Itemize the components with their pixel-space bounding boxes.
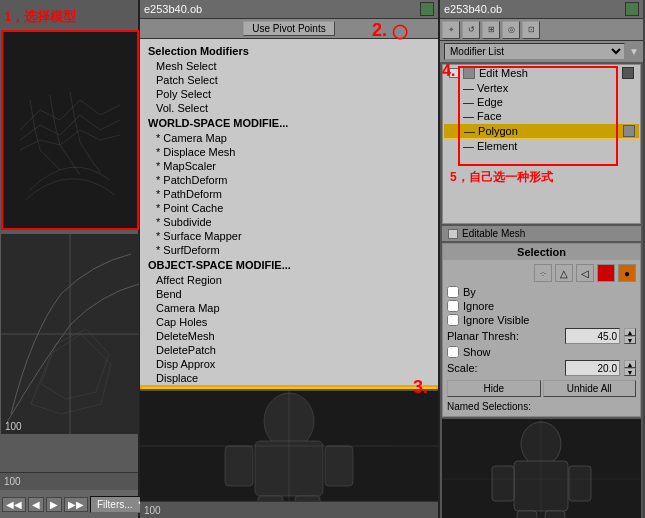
ignore-checkbox-row: Ignore <box>447 300 636 312</box>
left-stop-btn[interactable]: ◀ <box>28 497 44 512</box>
left-end-btn[interactable]: ▶▶ <box>64 497 88 512</box>
toolbar-icon-3[interactable]: ⊞ <box>482 21 500 39</box>
planar-thresh-down[interactable]: ▼ <box>624 336 636 344</box>
modifier-stack[interactable]: Edit Mesh — Vertex — Edge — Face — Polyg… <box>442 64 641 224</box>
by-checkbox[interactable] <box>447 286 459 298</box>
toolbar-icon-5[interactable]: ⊡ <box>522 21 540 39</box>
modifier-mesh-select[interactable]: Mesh Select <box>140 59 438 73</box>
svg-rect-18 <box>517 511 537 518</box>
toolbar-icon-2[interactable]: ↺ <box>462 21 480 39</box>
modifier-point-cache[interactable]: * Point Cache <box>140 201 438 215</box>
svg-rect-10 <box>295 496 320 501</box>
planar-thresh-input[interactable] <box>565 328 620 344</box>
scale-down[interactable]: ▼ <box>624 368 636 376</box>
left-play-btn[interactable]: ◀◀ <box>2 497 26 512</box>
main-container: 1，选择模型 <box>0 0 645 518</box>
show-label: Show <box>463 346 491 358</box>
modifier-pathdeform[interactable]: * PathDeform <box>140 187 438 201</box>
modifier-disp-approx[interactable]: Disp Approx <box>140 357 438 371</box>
modifier-list-select[interactable]: Modifier List <box>444 43 625 60</box>
svg-rect-17 <box>569 466 591 501</box>
stack-label-edit-mesh: Edit Mesh <box>479 67 528 79</box>
right-panel: e253b40.ob ⌖ ↺ ⊞ ◎ ⊡ Modifier List ▼ 4. … <box>440 0 643 518</box>
editable-mesh-row: Editable Mesh <box>442 226 641 241</box>
modifier-subdivide[interactable]: * Subdivide <box>140 215 438 229</box>
right-color-indicator <box>625 2 639 16</box>
stack-area: 4. 5，自己选一种形式 Edit Mesh — Vertex — Edge —… <box>440 64 643 241</box>
stack-vis-icon[interactable] <box>622 67 634 79</box>
modifier-list-container[interactable]: Selection Modifiers Mesh Select Patch Se… <box>140 39 438 389</box>
viewport-mesh-left <box>3 32 137 228</box>
left-next-btn[interactable]: ▶ <box>46 497 62 512</box>
svg-rect-9 <box>258 496 283 501</box>
sel-icon-triangle[interactable]: △ <box>555 264 573 282</box>
planar-thresh-up[interactable]: ▲ <box>624 328 636 336</box>
sel-icon-square-red[interactable] <box>597 264 615 282</box>
annotation-4: 4. <box>442 62 455 80</box>
ignore-checkbox[interactable] <box>447 300 459 312</box>
object-space-title: OBJECT-SPACE MODIFIE... <box>140 257 438 273</box>
ignore-visible-checkbox[interactable] <box>447 314 459 326</box>
modifier-bend[interactable]: Bend <box>140 287 438 301</box>
modifier-patch-select[interactable]: Patch Select <box>140 73 438 87</box>
ignore-label: Ignore <box>463 300 494 312</box>
annotation-2: 2. ◯ <box>372 20 408 41</box>
stack-face[interactable]: — Face <box>443 109 640 123</box>
sel-icon-sphere[interactable]: ● <box>618 264 636 282</box>
svg-rect-7 <box>225 446 253 486</box>
modifier-mapscaler[interactable]: * MapScaler <box>140 159 438 173</box>
hide-btn[interactable]: Hide <box>447 380 541 397</box>
named-selections-label: Named Selections: <box>447 401 636 412</box>
svg-marker-2 <box>31 334 111 414</box>
stack-item-icon-1 <box>463 67 475 79</box>
annotation-5: 5，自己选一种形式 <box>450 169 640 186</box>
modifier-vol-select[interactable]: Vol. Select <box>140 101 438 115</box>
show-checkbox[interactable] <box>447 346 459 358</box>
polygon-icon <box>623 125 635 137</box>
left-bottom-label: 100 <box>5 421 22 432</box>
stack-polygon[interactable]: — Polygon <box>443 123 640 139</box>
planar-thresh-label: Planar Thresh: <box>447 330 561 342</box>
right-filename: e253b40.ob <box>444 3 502 15</box>
dropdown-arrow: ▼ <box>629 46 639 57</box>
planar-thresh-row: Planar Thresh: ▲ ▼ <box>447 328 636 344</box>
stack-element[interactable]: — Element <box>443 139 640 153</box>
modifier-delete-mesh[interactable]: DeleteMesh <box>140 329 438 343</box>
modifier-cap-holes[interactable]: Cap Holes <box>140 315 438 329</box>
modifier-delete-patch[interactable]: DeletePatch <box>140 343 438 357</box>
sel-icon-dot[interactable]: ·:· <box>534 264 552 282</box>
modifier-displace[interactable]: Displace <box>140 371 438 385</box>
scale-row: Scale: ▲ ▼ <box>447 360 636 376</box>
scale-spinner: ▲ ▼ <box>624 360 636 376</box>
modifier-camera-map-os[interactable]: Camera Map <box>140 301 438 315</box>
modifier-affect-region[interactable]: Affect Region <box>140 273 438 287</box>
middle-color-indicator <box>420 2 434 16</box>
modifier-poly-select[interactable]: Poly Select <box>140 87 438 101</box>
scale-label: Scale: <box>447 362 561 374</box>
pivot-btn[interactable]: Use Pivot Points <box>243 21 334 36</box>
world-space-title: WORLD-SPACE MODIFIE... <box>140 115 438 131</box>
svg-rect-19 <box>545 511 565 518</box>
annotation-3: 3. <box>413 377 428 398</box>
stack-vertex[interactable]: — Vertex <box>443 81 640 95</box>
modifier-displace-mesh[interactable]: * Displace Mesh <box>140 145 438 159</box>
scale-up[interactable]: ▲ <box>624 360 636 368</box>
sel-icon-arrow[interactable]: ◁ <box>576 264 594 282</box>
modifier-patchdeform[interactable]: * PatchDeform <box>140 173 438 187</box>
stack-edit-mesh[interactable]: Edit Mesh <box>443 65 640 81</box>
modifier-list-label-area: Modifier List ▼ <box>440 41 643 62</box>
toolbar-icon-1[interactable]: ⌖ <box>442 21 460 39</box>
modifier-edit-mesh[interactable]: Edit Mesh <box>140 385 438 389</box>
toolbar-icon-4[interactable]: ◎ <box>502 21 520 39</box>
scale-input[interactable] <box>565 360 620 376</box>
right-header: e253b40.ob <box>440 0 643 19</box>
left-viewport-bottom: 100 <box>1 234 139 434</box>
modifier-camera-map-ws[interactable]: * Camera Map <box>140 131 438 145</box>
selection-title: Selection <box>443 244 640 260</box>
selection-icons-row: ·:· △ ◁ ● <box>447 264 636 282</box>
stack-edge[interactable]: — Edge <box>443 95 640 109</box>
left-panel: 1，选择模型 <box>0 0 140 518</box>
modifier-surfdeform[interactable]: * SurfDeform <box>140 243 438 257</box>
unhide-btn[interactable]: Unhide All <box>543 380 637 397</box>
modifier-surface-mapper[interactable]: * Surface Mapper <box>140 229 438 243</box>
